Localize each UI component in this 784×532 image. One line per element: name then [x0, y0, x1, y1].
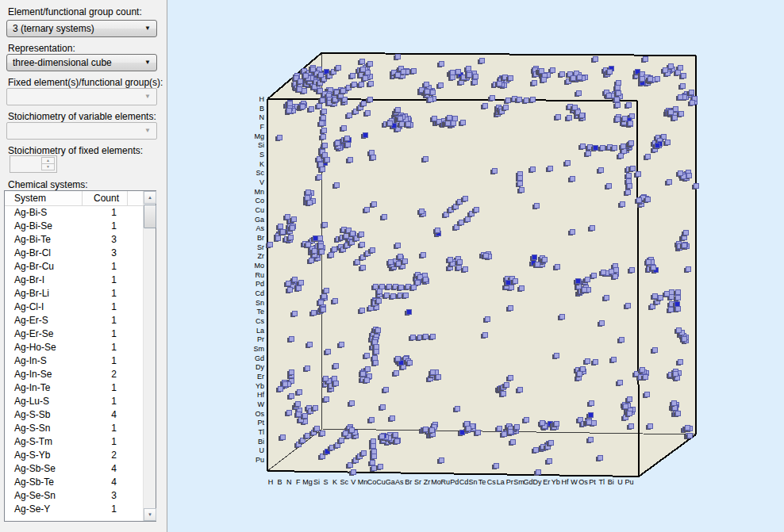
count-cell: 1 — [83, 381, 128, 395]
table-scrollbar[interactable]: ▲ ▼ — [143, 191, 156, 521]
x-axis-label: Pu — [625, 478, 633, 486]
y-axis-label: Hf — [257, 391, 264, 399]
table-row[interactable]: Ag-Br-Cl3 — [5, 247, 143, 260]
chevron-down-icon: ▼ — [144, 123, 151, 139]
x-axis-label: Cs — [487, 478, 496, 486]
stoich-variable-label: Stoichiometry of variable elements: — [8, 111, 156, 122]
table-row[interactable]: Ag-S-Tm1 — [5, 435, 143, 449]
x-axis-label: B — [278, 478, 282, 486]
table-row[interactable]: Ag-Ho-Se1 — [5, 341, 143, 354]
system-cell: Ag-Br-Li — [5, 287, 83, 300]
x-axis-label: Er — [543, 478, 550, 486]
y-axis-label: Ru — [255, 271, 264, 279]
count-cell: 3 — [83, 489, 128, 503]
chevron-down-icon: ▼ — [144, 21, 151, 36]
x-axis-label: Mo — [431, 478, 441, 486]
table-row[interactable]: Ag-In-Te1 — [5, 381, 143, 395]
y-axis-label: Gd — [255, 354, 264, 362]
y-axis-label: Cs — [256, 317, 264, 325]
y-axis-label: Er — [257, 373, 264, 381]
y-axis-label: B — [259, 105, 264, 113]
x-axis-label: Cu — [376, 478, 386, 486]
x-axis-label: La — [497, 478, 505, 486]
y-axis-label: Co — [255, 197, 264, 205]
stoich-variable-combobox: ▼ — [6, 122, 157, 140]
table-row[interactable]: Ag-Er-S1 — [5, 314, 143, 327]
x-axis-label: F — [296, 478, 301, 486]
y-axis-label: K — [259, 160, 264, 168]
count-cell: 4 — [83, 476, 128, 489]
x-axis-label: Ru — [440, 478, 450, 486]
system-cell: Ag-In-S — [5, 354, 83, 368]
x-axis-label: Mn — [358, 478, 368, 486]
system-cell: Ag-Er-Se — [5, 327, 83, 341]
table-row[interactable]: Ag-In-S1 — [5, 354, 143, 368]
table-row[interactable]: Ag-Lu-S1 — [5, 395, 143, 408]
scroll-thumb[interactable] — [144, 205, 156, 228]
chevron-down-icon: ▼ — [144, 55, 151, 71]
table-row[interactable]: Ag-Se-Y1 — [5, 503, 143, 516]
table-row[interactable]: Ag-Sb-Se4 — [5, 462, 143, 476]
table-row[interactable]: Ag-S-Sn1 — [5, 422, 143, 435]
count-cell: 1 — [83, 314, 128, 327]
count-cell: 1 — [83, 327, 128, 341]
y-axis-label: La — [256, 327, 264, 335]
representation-combobox[interactable]: three-dimensional cube ▼ — [6, 54, 157, 71]
y-axis-label: Pr — [257, 335, 264, 343]
y-axis-label: Mo — [254, 262, 264, 270]
table-row[interactable]: Ag-Br-Cu1 — [5, 260, 143, 274]
count-cell: 1 — [83, 220, 128, 233]
count-cell: 2 — [83, 449, 128, 462]
y-axis-label: Sr — [257, 243, 264, 251]
table-row[interactable]: Ag-Cl-I1 — [5, 300, 143, 314]
system-cell: Ag-Ho-Se — [5, 341, 83, 354]
x-axis-label: S — [323, 478, 328, 486]
system-cell: Ag-In-Te — [5, 381, 83, 395]
x-axis-label: Zr — [424, 478, 431, 486]
y-axis-label: Bi — [258, 438, 264, 446]
system-cell: Ag-Bi-S — [5, 206, 83, 220]
scroll-up-icon[interactable]: ▲ — [144, 191, 156, 204]
y-axis-label: Pu — [256, 456, 264, 464]
x-axis-label: Sr — [414, 478, 421, 486]
table-row[interactable]: Ag-Er-Se1 — [5, 327, 143, 341]
count-combobox-value: 3 (ternary systems) — [13, 23, 94, 34]
x-axis-label: K — [332, 478, 337, 486]
x-axis-label: Sn — [468, 478, 477, 486]
table-row[interactable]: Ag-Br-Li1 — [5, 287, 143, 300]
column-header-count[interactable]: Count — [83, 191, 128, 205]
table-row[interactable]: Ag-Se-Sn3 — [5, 489, 143, 503]
x-axis-label: Cd — [459, 478, 469, 486]
count-combobox[interactable]: 3 (ternary systems) ▼ — [6, 20, 157, 37]
cube-plot[interactable]: HBNFMgSiSKScVMnCoCuGaAsBrSrZrMoRuPdCdSnT… — [167, 0, 784, 532]
y-axis-label: Sm — [254, 345, 265, 353]
app-window: { "sidebar": { "count_label": "Element/f… — [0, 0, 784, 532]
table-row[interactable]: Ag-Bi-S1 — [5, 206, 143, 220]
system-cell: Ag-Bi-Te — [5, 233, 83, 247]
table-row[interactable]: Ag-Bi-Se1 — [5, 220, 143, 233]
table-row[interactable]: Ag-Bi-Te3 — [5, 233, 143, 247]
x-axis-label: Os — [578, 478, 588, 486]
table-row[interactable]: Ag-S-Yb2 — [5, 449, 143, 462]
x-axis-label: Ga — [386, 478, 395, 486]
systems-label: Chemical systems: — [8, 179, 88, 190]
y-axis-label: Br — [257, 234, 264, 242]
table-row[interactable]: Ag-Sb-Te4 — [5, 476, 143, 489]
x-axis-label: As — [395, 478, 404, 486]
chevron-down-icon: ▼ — [144, 89, 151, 105]
y-axis-label: Ga — [255, 216, 264, 224]
table-row[interactable]: Ag-S-Sb4 — [5, 408, 143, 422]
table-row[interactable]: Ag-In-Se2 — [5, 368, 143, 381]
system-cell: Ag-Sb-Se — [5, 462, 83, 476]
y-axis-label: Sn — [256, 299, 264, 307]
y-axis-label: Te — [256, 308, 264, 316]
x-axis-label: Gd — [523, 478, 532, 486]
scroll-down-icon[interactable]: ▼ — [144, 508, 156, 521]
y-axis-label: V — [259, 178, 264, 186]
table-row[interactable]: Ag-Br-I1 — [5, 274, 143, 287]
representation-combobox-value: three-dimensional cube — [13, 57, 112, 68]
chemical-systems-table: System Count Ag-Bi-S1Ag-Bi-Se1Ag-Bi-Te3A… — [4, 190, 156, 522]
x-axis-label: Br — [405, 478, 412, 486]
column-header-system[interactable]: System — [5, 191, 83, 205]
x-axis-label: V — [351, 478, 355, 486]
